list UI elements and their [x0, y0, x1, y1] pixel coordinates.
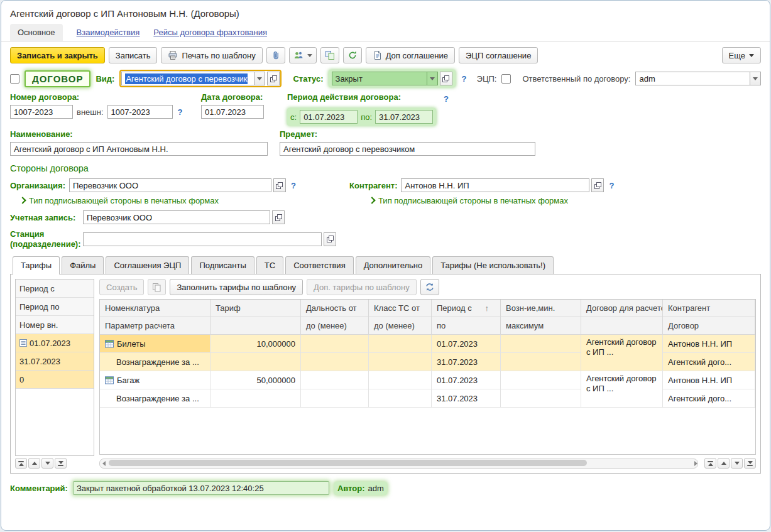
cell-contract-for-calc[interactable]: Агентский договор с ИП ...: [581, 335, 663, 371]
link-interactions[interactable]: Взаимодействия: [77, 24, 140, 41]
account-open-button[interactable]: [272, 210, 285, 224]
col-distance-from[interactable]: Дальность от: [301, 300, 369, 317]
organization-combobox[interactable]: Перевозчик ООО: [69, 178, 286, 192]
attachments-button[interactable]: [266, 47, 285, 63]
cell-calc-param[interactable]: Вознаграждение за ...: [100, 353, 211, 371]
mini-header-period-from[interactable]: Период с: [16, 280, 94, 298]
vid-field[interactable]: Агентский договор с перевозчик: [121, 72, 254, 85]
save-button[interactable]: Записать: [109, 47, 158, 63]
tab-tariffs-deprecated[interactable]: Тарифы (Не использовать!): [432, 256, 554, 274]
vid-combobox[interactable]: Агентский договор с перевозчик: [121, 72, 280, 85]
col-period-to[interactable]: по: [432, 317, 501, 335]
status-dropdown-button[interactable]: [427, 72, 438, 85]
col-calc-param[interactable]: Параметр расчета: [100, 317, 211, 335]
go-prev-button[interactable]: [718, 458, 730, 469]
org-signing-type-link[interactable]: Тип подписывающей стороны в печатных фор…: [20, 196, 219, 205]
status-open-button[interactable]: [440, 72, 452, 85]
link-charter-trips[interactable]: Рейсы договора фрахтования: [153, 24, 267, 41]
mini-value-period-from[interactable]: 01.07.2023: [16, 334, 94, 352]
mini-value-number[interactable]: 0: [16, 371, 94, 389]
status-help-link[interactable]: ?: [461, 74, 468, 84]
save-and-close-button[interactable]: Записать и закрыть: [10, 47, 105, 63]
period-from-field[interactable]: 01.07.2023: [300, 110, 358, 124]
cell-empty[interactable]: [301, 353, 369, 371]
counterparty-open-button[interactable]: [591, 178, 604, 192]
scrollbar-thumb[interactable]: [109, 460, 587, 466]
go-first-button[interactable]: [704, 458, 716, 469]
more-button[interactable]: Еще: [722, 47, 761, 63]
cell-empty[interactable]: [301, 371, 369, 389]
cell-period-to[interactable]: 31.07.2023: [432, 389, 501, 408]
cell-empty[interactable]: [369, 389, 432, 408]
cell-counterparty[interactable]: Антонов Н.Н. ИП: [663, 371, 755, 389]
cell-contract[interactable]: Агентский дого...: [663, 389, 755, 408]
responsible-field[interactable]: adm: [635, 72, 750, 85]
external-number-field[interactable]: 1007-2023: [107, 105, 173, 119]
cell-nomenclature[interactable]: Багаж: [100, 371, 211, 389]
col-contract-for-calc-sub[interactable]: [581, 317, 663, 335]
cell-period-from[interactable]: 01.07.2023: [432, 371, 501, 389]
station-combobox[interactable]: [83, 232, 336, 246]
mini-go-next-button[interactable]: [41, 458, 53, 469]
responsible-combobox[interactable]: adm: [635, 72, 761, 85]
go-next-button[interactable]: [731, 458, 743, 469]
cell-empty[interactable]: [501, 353, 581, 371]
mini-go-last-button[interactable]: [55, 458, 67, 469]
cell-empty[interactable]: [301, 389, 369, 408]
organization-field[interactable]: Перевозчик ООО: [69, 178, 271, 192]
name-field[interactable]: Агентский договор с ИП Антоновым Н.Н.: [10, 142, 268, 156]
account-field[interactable]: Перевозчик ООО: [83, 210, 270, 224]
cell-empty[interactable]: [211, 353, 301, 371]
cell-empty[interactable]: [369, 371, 432, 389]
cell-tariff[interactable]: 10,000000: [211, 335, 301, 353]
col-distance-to[interactable]: до (менее): [301, 317, 369, 335]
horizontal-scrollbar[interactable]: [99, 459, 698, 469]
comment-field[interactable]: Закрыт пакетной обработкой 13.07.2023 12…: [73, 481, 329, 495]
cell-empty[interactable]: [501, 389, 581, 408]
cell-tariff[interactable]: 50,000000: [211, 371, 301, 389]
tab-tariffs[interactable]: Тарифы: [13, 256, 60, 274]
cell-contract-for-calc[interactable]: Агентский договор с ИП ...: [581, 371, 663, 408]
counterparty-help-link[interactable]: ?: [608, 181, 615, 190]
go-last-button[interactable]: [744, 458, 756, 469]
account-combobox[interactable]: Перевозчик ООО: [83, 210, 285, 224]
vid-open-button[interactable]: [267, 72, 280, 85]
tab-ecp-agreements[interactable]: Соглашения ЭЦП: [106, 256, 189, 274]
additional-agreement-button[interactable]: Доп соглашение: [366, 47, 455, 63]
counterparty-combobox[interactable]: Антонов Н.Н. ИП: [401, 178, 604, 192]
tab-main[interactable]: Основное: [10, 24, 63, 41]
vid-dropdown-button[interactable]: [254, 72, 265, 85]
cell-empty[interactable]: [369, 335, 432, 353]
cell-contract[interactable]: Агентский дого...: [663, 353, 755, 371]
contract-date-field[interactable]: 01.07.2023: [201, 105, 264, 119]
organization-help-link[interactable]: ?: [290, 181, 297, 190]
col-contract-for-calc[interactable]: Договор для расчетов: [581, 300, 663, 317]
tab-ts[interactable]: ТС: [256, 256, 283, 274]
cp-signing-type-link[interactable]: Тип подписывающей стороны в печатных фор…: [369, 196, 568, 205]
col-ts-class-from[interactable]: Класс ТС от: [369, 300, 432, 317]
refresh-table-button[interactable]: [420, 279, 439, 295]
dop-by-template-button[interactable]: Доп. тарифы по шаблону: [307, 279, 417, 295]
ecp-agreement-button[interactable]: ЭЦП соглашение: [459, 47, 538, 63]
related-records-button[interactable]: [320, 47, 339, 63]
subject-field[interactable]: Агентский договор с перевозчиком: [280, 142, 535, 156]
status-field[interactable]: Закрыт: [332, 72, 427, 85]
scroll-left-button[interactable]: [100, 460, 108, 467]
cell-empty[interactable]: [369, 353, 432, 371]
col-period-from[interactable]: Период с↑: [432, 300, 501, 317]
cell-empty[interactable]: [211, 389, 301, 408]
col-nomenclature[interactable]: Номенклатура: [100, 300, 211, 317]
mini-go-prev-button[interactable]: [28, 458, 40, 469]
responsible-dropdown-button[interactable]: [750, 72, 761, 85]
col-ts-class-to[interactable]: до (менее): [369, 317, 432, 335]
cell-period-from[interactable]: 01.07.2023: [432, 335, 501, 353]
counterparty-field[interactable]: Антонов Н.Н. ИП: [401, 178, 589, 192]
refresh-button[interactable]: [343, 47, 362, 63]
col-reward-max[interactable]: максимум: [501, 317, 581, 335]
cell-empty[interactable]: [501, 371, 581, 389]
print-by-template-button[interactable]: Печать по шаблону: [161, 47, 262, 63]
col-tariff[interactable]: Тариф: [211, 300, 301, 317]
mini-go-first-button[interactable]: [15, 458, 27, 469]
col-reward-min[interactable]: Возн-ие,мин.: [501, 300, 581, 317]
cell-empty[interactable]: [501, 335, 581, 353]
